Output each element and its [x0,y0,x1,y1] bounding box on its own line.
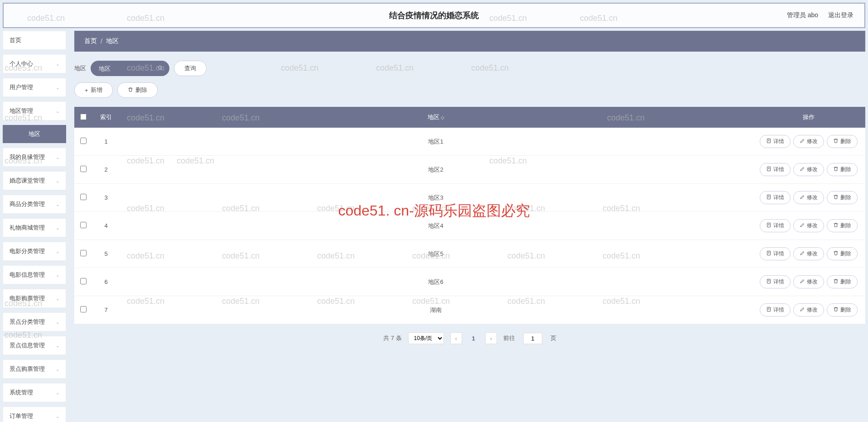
edit-button[interactable]: 修改 [793,247,824,260]
table-row: 6地区6详情修改删除 [74,268,865,296]
add-button-label: 新增 [91,86,102,94]
sidebar-item-6[interactable]: 婚恋课堂管理⌄ [3,171,66,190]
edit-button[interactable]: 修改 [793,163,824,176]
row-delete-button[interactable]: 删除 [827,191,858,204]
breadcrumb: 首页 / 地区 [74,31,865,52]
query-button[interactable]: 查询 [174,61,207,76]
sidebar-item-11[interactable]: 电影购票管理⌄ [3,289,66,308]
edit-button[interactable]: 修改 [793,275,824,288]
sidebar-item-8[interactable]: 礼物商城管理⌄ [3,218,66,237]
row-region: 湖南 [120,296,752,324]
sidebar-item-label: 订单管理 [10,412,33,420]
edit-icon [800,166,805,173]
logout-link[interactable]: 退出登录 [828,11,854,19]
edit-button[interactable]: 修改 [793,219,824,232]
row-index: 5 [92,240,120,268]
prev-page-button[interactable]: ‹ [450,332,462,344]
sidebar-item-7[interactable]: 商品分类管理⌄ [3,195,66,214]
sidebar-item-16[interactable]: 订单管理⌄ [3,407,66,422]
row-region: 地区4 [120,212,752,240]
document-icon [766,307,772,313]
select-all-checkbox[interactable] [80,114,87,120]
search-pill [91,61,169,76]
trash-icon [833,307,839,313]
delete-button[interactable]: 删除 [117,82,158,98]
chevron-down-icon: ⌄ [56,367,59,372]
table-row: 5地区5详情修改删除 [74,240,865,268]
row-checkbox[interactable] [80,138,87,144]
col-region[interactable]: 地区◇ [120,107,752,128]
sidebar-item-1[interactable]: 个人中心⌄ [3,54,66,73]
current-page[interactable]: 1 [468,335,479,342]
document-icon [766,222,772,229]
detail-button[interactable]: 详情 [760,191,791,204]
row-delete-button[interactable]: 删除 [827,303,858,316]
row-region: 地区3 [120,184,752,212]
chevron-down-icon: ⌄ [56,320,59,325]
sidebar-item-3[interactable]: 地区管理⌄ [3,101,66,120]
sidebar-item-9[interactable]: 电影分类管理⌄ [3,242,66,261]
sidebar-item-13[interactable]: 景点信息管理⌄ [3,336,66,355]
next-page-button[interactable]: › [485,332,497,344]
col-actions: 操作 [752,107,865,128]
row-checkbox[interactable] [80,278,87,284]
row-delete-button[interactable]: 删除 [827,135,858,148]
breadcrumb-home[interactable]: 首页 [84,37,97,45]
data-table: 索引 地区◇ 操作 1地区1详情修改删除2地区2详情修改删除3地区3详情修改删除… [74,107,865,324]
svg-line-1 [161,68,163,70]
detail-button[interactable]: 详情 [760,303,791,316]
sidebar-item-10[interactable]: 电影信息管理⌄ [3,265,66,284]
search-input[interactable] [99,65,140,72]
add-button[interactable]: + 新增 [74,82,113,98]
row-delete-button[interactable]: 删除 [827,275,858,288]
row-index: 2 [92,156,120,184]
detail-button[interactable]: 详情 [760,275,791,288]
page-size-select[interactable]: 10条/页 [408,332,444,344]
sidebar-item-4[interactable]: 地区 [3,125,66,143]
total-count: 共 7 条 [383,334,401,342]
sidebar-item-2[interactable]: 用户管理⌄ [3,78,66,97]
document-icon [766,166,772,173]
row-delete-button[interactable]: 删除 [827,247,858,260]
sidebar-item-label: 个人中心 [10,60,33,68]
row-index: 6 [92,268,120,296]
admin-name[interactable]: 管理员 abo [787,11,818,19]
chevron-down-icon: ⌄ [56,62,59,67]
sidebar-item-label: 景点购票管理 [10,365,45,373]
trash-icon [833,166,839,173]
chevron-down-icon: ⌄ [56,178,59,183]
row-region: 地区1 [120,128,752,156]
sidebar-item-0[interactable]: 首页 [3,31,66,50]
row-delete-button[interactable]: 删除 [827,219,858,232]
sidebar-item-5[interactable]: 我的良缘管理⌄ [3,148,66,167]
row-checkbox[interactable] [80,306,87,312]
sidebar-item-14[interactable]: 景点购票管理⌄ [3,360,66,379]
row-index: 7 [92,296,120,324]
row-checkbox[interactable] [80,222,87,228]
filter-label: 地区 [74,64,86,72]
row-delete-button[interactable]: 删除 [827,163,858,176]
search-icon[interactable] [158,65,163,72]
edit-button[interactable]: 修改 [793,303,824,316]
chevron-down-icon: ⌄ [56,390,59,395]
query-button-label: 查询 [184,64,196,72]
sidebar-item-label: 我的良缘管理 [10,153,45,161]
sidebar-item-12[interactable]: 景点分类管理⌄ [3,312,66,331]
row-checkbox[interactable] [80,194,87,200]
detail-button[interactable]: 详情 [760,247,791,260]
chevron-down-icon: ⌄ [56,202,59,207]
detail-button[interactable]: 详情 [760,135,791,148]
sidebar-item-label: 用户管理 [10,83,33,91]
goto-page-input[interactable] [523,333,542,344]
sidebar-item-15[interactable]: 系统管理⌄ [3,383,66,402]
row-region: 地区6 [120,268,752,296]
detail-button[interactable]: 详情 [760,219,791,232]
row-checkbox[interactable] [80,166,87,172]
edit-icon [800,278,805,285]
row-index: 4 [92,212,120,240]
row-checkbox[interactable] [80,250,87,256]
edit-button[interactable]: 修改 [793,135,824,148]
edit-button[interactable]: 修改 [793,191,824,204]
goto-suffix: 页 [550,334,556,342]
detail-button[interactable]: 详情 [760,163,791,176]
